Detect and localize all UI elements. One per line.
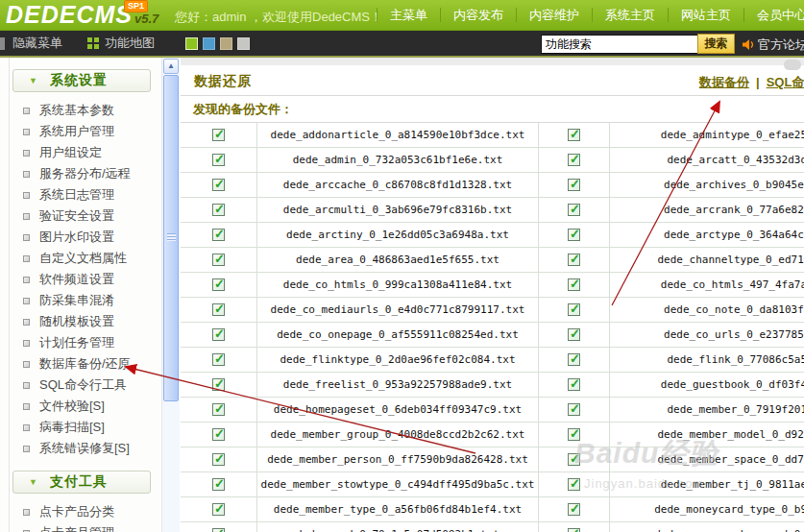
checkbox-cell [181,447,257,472]
style-swatch-blue[interactable] [203,37,215,50]
checkbox[interactable] [568,453,580,466]
frame-divider [9,58,10,532]
top-menu-item[interactable]: 网站主页 [668,8,743,22]
checkbox-cell [181,323,257,347]
sidebar-item[interactable]: 图片水印设置 [0,227,161,248]
checkbox[interactable] [568,303,580,316]
search-input[interactable] [541,35,700,54]
checkbox[interactable] [568,179,580,191]
sidebar-item-label: 自定义文档属性 [39,250,127,267]
main-panel: 数据还原 数据备份|SQL命令行工具 发现的备份文件： dede_addonar… [181,58,804,532]
sidebar-item[interactable]: 点卡产品分类 [0,501,161,522]
checkbox[interactable] [212,254,225,266]
sidebar-item[interactable]: 系统错误修复[S] [0,438,161,459]
checkbox[interactable] [212,179,225,191]
checkbox-cell [539,398,610,422]
checkbox[interactable] [568,204,580,216]
sidebar-item[interactable]: 软件频道设置 [0,269,161,290]
checkbox[interactable] [212,428,225,441]
sidebar-scrollbar[interactable] [161,58,180,532]
checkbox[interactable] [568,129,580,141]
style-swatch-green[interactable] [185,37,198,50]
sidebar-item-label: 图片水印设置 [39,229,114,246]
sidebar-section-header[interactable]: ▼支付工具 [12,471,151,494]
sidebar: ▼系统设置系统基本参数系统用户管理用户组设定服务器分布/远程系统日志管理验证安全… [0,58,161,532]
sidebar-item[interactable]: 文件校验[S] [0,396,161,417]
top-menu-item[interactable]: 系统主页 [592,8,668,22]
checkbox[interactable] [212,303,225,316]
style-swatch-tan[interactable] [220,37,232,50]
checkbox[interactable] [568,503,580,516]
checkbox[interactable] [212,328,225,341]
checkbox[interactable] [212,478,225,491]
backup-filename: dede_co_note_0_da8103fe9f46 [610,298,804,322]
checkbox[interactable] [568,154,580,166]
top-menu-item[interactable]: 主菜单 [377,8,440,22]
checkbox[interactable] [568,528,580,532]
checkbox[interactable] [212,353,225,366]
style-swatches [185,37,255,50]
table-row: dede_arctiny_0_1e26dd05c3a6948a.txtdede_… [181,223,804,248]
checkbox[interactable] [568,254,580,266]
checkbox[interactable] [568,328,580,341]
table-row: dede_member_type_0_a56fb06fd84b1ef4.txtd… [181,497,804,522]
sidebar-item[interactable]: 随机模板设置 [0,311,161,332]
sidebar-section-header[interactable]: ▼系统设置 [12,69,151,92]
hide-menu-button[interactable]: 隐藏菜单 [12,35,62,52]
sql-tool-link[interactable]: SQL命令行工具 [767,75,804,89]
sidebar-item[interactable]: 防采集串混淆 [0,290,161,311]
bullet-icon [23,446,30,452]
checkbox[interactable] [568,353,580,366]
sidebar-item[interactable]: 用户组设定 [0,142,161,163]
feature-map-button[interactable]: 功能地图 [105,35,155,52]
checkbox[interactable] [568,278,580,291]
checkbox-cell [181,248,257,272]
sidebar-item[interactable]: 自定义文档属性 [0,248,161,269]
checkbox[interactable] [212,278,225,291]
checkbox[interactable] [212,204,225,216]
checkbox[interactable] [212,453,225,466]
secondary-toolbar: 隐藏菜单 功能地图 搜索 官方论坛 [0,31,804,58]
checkbox[interactable] [568,478,580,491]
checkbox[interactable] [212,528,225,532]
sidebar-item[interactable]: 数据库备份/还原 [0,353,161,375]
sidebar-item[interactable]: SQL命令行工具 [0,375,161,396]
checkbox[interactable] [212,503,225,516]
bullet-icon [23,192,30,199]
checkbox[interactable] [212,154,225,166]
sidebar-item[interactable]: 验证安全设置 [0,206,161,227]
sidebar-item[interactable]: 病毒扫描[S] [0,417,161,438]
top-menu-item[interactable]: 内容维护 [516,8,592,22]
scrollbar-up-button[interactable] [163,59,179,74]
checkbox[interactable] [568,428,580,441]
table-row: dede_mood_0_70a1c5e07d5092b1.txtdede_mon… [181,522,804,532]
backup-filename: dede_arccache_0_c86708c8fd1d1328.txt [257,173,539,197]
checkbox[interactable] [568,378,580,391]
checkbox-cell [539,423,610,447]
sidebar-item[interactable]: 系统基本参数 [0,100,161,121]
sidebar-item[interactable]: 服务器分布/远程 [0,163,161,184]
checkbox[interactable] [212,403,225,416]
bullet-icon [23,382,30,389]
title-links: 数据备份|SQL命令行工具 [699,74,804,91]
search-button[interactable]: 搜索 [697,34,735,54]
content-region: ▼系统设置系统基本参数系统用户管理用户组设定服务器分布/远程系统日志管理验证安全… [0,58,804,532]
top-menu-item[interactable]: 会员中心 [743,8,804,22]
style-swatch-gray[interactable] [237,37,250,50]
checkbox[interactable] [212,378,225,391]
scrollbar-thumb[interactable] [163,75,179,401]
checkbox[interactable] [568,403,580,416]
checkbox-cell [181,423,257,447]
sidebar-item[interactable]: 系统日志管理 [0,184,161,206]
top-menu-item[interactable]: 内容发布 [440,8,516,22]
checkbox[interactable] [568,229,580,241]
sidebar-item[interactable]: 计划任务管理 [0,332,161,353]
sidebar-item[interactable]: 点卡产品管理 [0,522,161,532]
checkbox[interactable] [212,129,225,141]
official-forum-link[interactable]: 官方论坛 [758,36,804,54]
backup-filename: dede_co_htmls_0_999ca1308a411e84.txt [257,273,539,297]
data-backup-link[interactable]: 数据备份 [699,75,749,89]
sidebar-item[interactable]: 系统用户管理 [0,121,161,142]
sidebar-item-label: 随机模板设置 [39,313,114,330]
checkbox[interactable] [212,229,225,241]
